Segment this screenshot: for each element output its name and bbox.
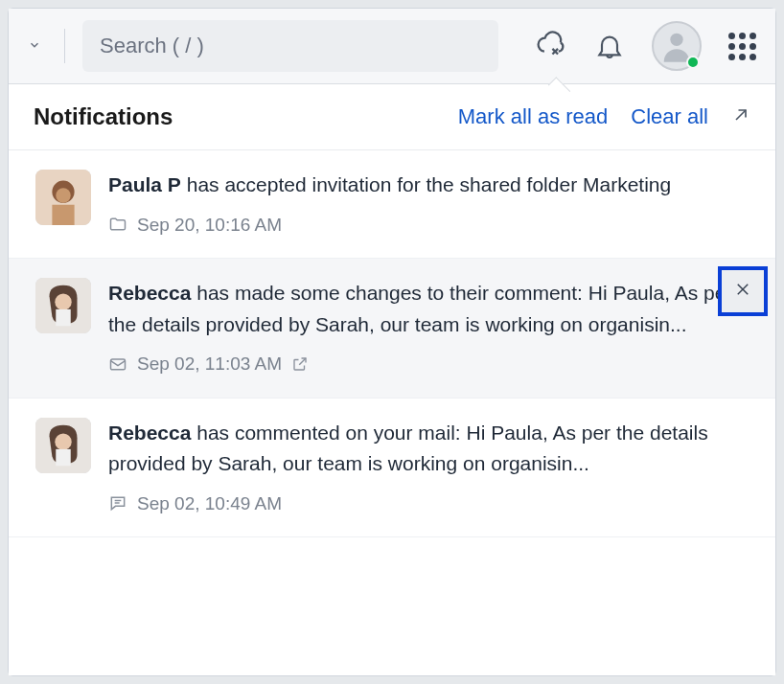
svg-point-15 <box>55 433 71 449</box>
apps-grid-icon[interactable] <box>728 33 756 60</box>
user-avatar[interactable] <box>652 21 702 71</box>
actor-name: Rebecca <box>108 282 191 304</box>
mark-all-read-button[interactable]: Mark all as read <box>458 104 609 129</box>
external-link-icon[interactable] <box>291 355 309 373</box>
cloud-sync-icon[interactable] <box>535 30 567 62</box>
svg-rect-7 <box>52 205 74 225</box>
svg-point-6 <box>56 188 70 202</box>
notification-meta: Sep 02, 11:03 AM <box>108 350 754 377</box>
status-online-dot <box>686 56 700 69</box>
divider <box>64 29 65 63</box>
actor-name: Paula P <box>108 173 181 195</box>
notification-body: Rebecca has made some changes to their c… <box>108 278 754 378</box>
notification-text: has made some changes to their comment: … <box>108 282 732 335</box>
bell-icon[interactable] <box>594 31 625 61</box>
svg-line-3 <box>736 110 746 120</box>
panel-header: Notifications Mark all as read Clear all <box>9 84 775 150</box>
svg-rect-16 <box>56 448 70 465</box>
top-bar: Search ( / ) <box>9 9 775 83</box>
svg-rect-10 <box>56 309 70 326</box>
notification-item[interactable]: Rebecca has commented on your mail: Hi P… <box>9 399 775 538</box>
expand-icon[interactable] <box>731 105 750 128</box>
search-input[interactable]: Search ( / ) <box>82 20 498 72</box>
avatar <box>35 418 91 473</box>
notification-meta: Sep 20, 10:16 AM <box>108 211 754 239</box>
clear-all-button[interactable]: Clear all <box>631 104 708 129</box>
avatar <box>35 170 91 225</box>
notification-meta: Sep 02, 10:49 AM <box>108 490 754 517</box>
avatar <box>35 278 91 333</box>
svg-point-2 <box>670 34 682 46</box>
notification-body: Rebecca has commented on your mail: Hi P… <box>108 418 754 518</box>
notifications-panel: Notifications Mark all as read Clear all… <box>9 83 775 675</box>
timestamp: Sep 02, 11:03 AM <box>137 350 282 377</box>
chevron-down-icon[interactable] <box>28 38 47 55</box>
close-icon <box>734 281 751 302</box>
svg-point-9 <box>55 293 71 309</box>
timestamp: Sep 20, 10:16 AM <box>137 211 282 239</box>
svg-rect-11 <box>111 359 126 370</box>
folder-icon <box>108 215 127 234</box>
mail-icon <box>108 354 127 374</box>
top-icons <box>535 21 756 71</box>
actor-name: Rebecca <box>108 422 191 444</box>
notification-body: Paula P has accepted invitation for the … <box>108 170 754 239</box>
app-container: Search ( / ) <box>8 8 776 676</box>
timestamp: Sep 02, 10:49 AM <box>137 490 282 517</box>
notification-text: has commented on your mail: Hi Paula, As… <box>108 422 708 475</box>
panel-title: Notifications <box>34 103 435 130</box>
notification-item[interactable]: Paula P has accepted invitation for the … <box>9 150 775 259</box>
dismiss-button[interactable] <box>722 270 764 312</box>
notification-item[interactable]: Rebecca has made some changes to their c… <box>9 259 775 399</box>
notification-text: has accepted invitation for the shared f… <box>181 173 671 195</box>
comment-icon <box>108 493 127 513</box>
